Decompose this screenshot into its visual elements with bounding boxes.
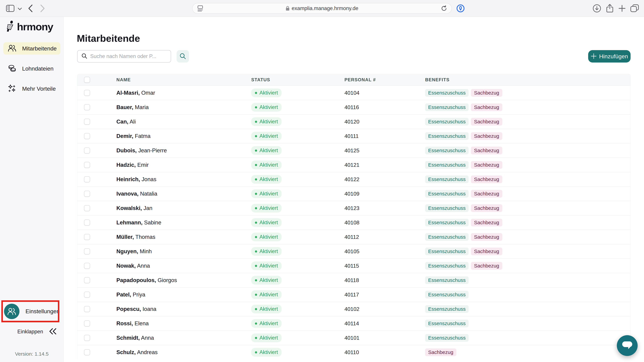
table-row[interactable]: Rossi, Elena Aktiviert 40114 Essenszusch… (77, 316, 630, 331)
row-checkbox[interactable] (84, 306, 90, 312)
search-input[interactable] (90, 53, 167, 59)
employee-name: Dubois, Jean-Pierre (116, 147, 251, 154)
benefit-badge: Essenszuschuss (425, 161, 468, 169)
sidebar-item-mitarbeitende[interactable]: Mitarbeitende (3, 42, 60, 55)
status-dot-icon (255, 135, 257, 137)
table-row[interactable]: Popescu, Ioana Aktiviert 40102 Essenszus… (77, 302, 630, 316)
status-badge: Aktiviert (251, 218, 282, 227)
personal-number: 40105 (344, 248, 425, 255)
search-button[interactable] (176, 50, 189, 62)
table-row[interactable]: Nguyen, Minh Aktiviert 40105 Essenszusch… (77, 244, 630, 258)
benefit-badge: Sachbezug (471, 204, 502, 212)
table-row[interactable]: Hadzic, Emir Aktiviert 40121 Essenszusch… (77, 158, 630, 172)
download-icon[interactable] (592, 4, 601, 13)
table-row[interactable]: Al-Masri, Omar Aktiviert 40104 Essenszus… (77, 85, 630, 100)
row-checkbox[interactable] (84, 104, 90, 110)
table-row[interactable]: Schmidt, Anna Aktiviert 40101 Essenszusc… (77, 331, 630, 345)
share-icon[interactable] (606, 4, 614, 13)
table-row[interactable]: Dubois, Jean-Pierre Aktiviert 40125 Esse… (77, 143, 630, 158)
benefits-cell: EssenszuschussSachbezug (425, 175, 630, 183)
row-checkbox[interactable] (84, 90, 90, 96)
sidebar-toggle-icon[interactable] (6, 5, 14, 12)
personal-number: 40109 (344, 191, 425, 197)
row-checkbox[interactable] (84, 292, 90, 298)
collapse-sidebar-button[interactable]: Einklappen (7, 328, 56, 336)
row-checkbox[interactable] (84, 176, 90, 182)
table-row[interactable]: Kowalski, Jan Aktiviert 40123 Essenszusc… (77, 201, 630, 215)
tabs-overview-icon[interactable] (630, 4, 639, 13)
browser-toolbar: examplia.manage.hrmony.de (0, 0, 644, 17)
status-badge: Aktiviert (251, 233, 282, 241)
benefit-badge: Essenszuschuss (425, 118, 468, 125)
table-row[interactable]: Ivanova, Natalia Aktiviert 40109 Essensz… (77, 186, 630, 201)
benefits-cell: EssenszuschussSachbezug (425, 147, 630, 154)
sidebar-nav: Mitarbeitende Lohndateien (3, 42, 60, 95)
address-bar[interactable]: examplia.manage.hrmony.de (192, 3, 452, 14)
row-checkbox[interactable] (84, 349, 90, 355)
benefit-badge: Sachbezug (471, 175, 502, 183)
benefits-cell: EssenszuschussSachbezug (425, 103, 630, 111)
status-badge: Aktiviert (251, 204, 282, 213)
column-header-name: NAME (116, 77, 251, 82)
status-dot-icon (255, 308, 257, 310)
employee-name: Patel, Priya (116, 292, 251, 298)
row-checkbox[interactable] (84, 277, 90, 283)
row-checkbox[interactable] (84, 147, 90, 153)
benefit-badge: Sachbezug (471, 132, 502, 140)
status-dot-icon (255, 164, 257, 166)
screen: examplia.manage.hrmony.de (0, 0, 644, 362)
row-checkbox[interactable] (84, 119, 90, 125)
benefits-cell: EssenszuschussSachbezug (425, 89, 630, 97)
benefit-badge: Essenszuschuss (425, 204, 468, 212)
row-checkbox[interactable] (84, 205, 90, 211)
status-badge: Aktiviert (251, 117, 282, 126)
sidebar-item-mehr-vorteile[interactable]: Mehr Vorteile (3, 82, 60, 95)
benefit-badge: Sachbezug (471, 89, 502, 97)
reload-icon[interactable] (441, 5, 447, 11)
app-logo: hrmony (6, 20, 53, 33)
sidebar-item-einstellungen[interactable]: Einstellungen (1, 300, 59, 322)
row-checkbox[interactable] (84, 162, 90, 168)
new-tab-icon[interactable] (618, 4, 626, 12)
table-row[interactable]: Papadopoulos, Giorgos Aktiviert 40118 Es… (77, 273, 630, 287)
table-row[interactable]: Heinrich, Jonas Aktiviert 40122 Essenszu… (77, 172, 630, 186)
onepassword-icon[interactable] (456, 4, 465, 12)
employee-name: Demir, Fatma (116, 133, 251, 139)
add-employee-button[interactable]: Hinzufügen (588, 50, 630, 62)
table-row[interactable]: Schulz, Andreas Aktiviert 40110 Sachbezu… (77, 345, 630, 359)
status-dot-icon (255, 294, 257, 296)
table-row[interactable]: Bauer, Maria Aktiviert 40116 Essenszusch… (77, 100, 630, 114)
settings-avatar (4, 304, 20, 319)
row-checkbox[interactable] (84, 220, 90, 226)
sidebar-item-lohndateien[interactable]: Lohndateien (3, 62, 60, 75)
benefit-badge: Essenszuschuss (425, 334, 468, 342)
sidebar-item-label: Lohndateien (22, 65, 54, 72)
table-row[interactable]: Lehmann, Sabine Aktiviert 40108 Essenszu… (77, 215, 630, 230)
column-header-status: STATUS (251, 77, 344, 82)
table-row[interactable]: Demir, Fatma Aktiviert 40111 Essenszusch… (77, 129, 630, 143)
employee-name: Müller, Thomas (116, 234, 251, 240)
table-row[interactable]: Müller, Thomas Aktiviert 40112 Essenszus… (77, 230, 630, 244)
status-badge: Aktiviert (251, 261, 282, 270)
back-icon[interactable] (28, 4, 33, 12)
benefit-badge: Essenszuschuss (425, 320, 468, 327)
chevron-down-icon[interactable] (18, 7, 22, 10)
chat-button[interactable] (617, 335, 638, 356)
row-checkbox[interactable] (84, 263, 90, 269)
benefit-badge: Essenszuschuss (425, 175, 468, 183)
row-checkbox[interactable] (84, 133, 90, 139)
benefits-cell: EssenszuschussSachbezug (425, 233, 630, 241)
row-checkbox[interactable] (84, 234, 90, 240)
forward-icon[interactable] (40, 4, 45, 12)
table-row[interactable]: Patel, Priya Aktiviert 40117 Essenszusch… (77, 287, 630, 302)
row-checkbox[interactable] (84, 248, 90, 254)
row-checkbox[interactable] (84, 335, 90, 341)
table-row[interactable]: Can, Ali Aktiviert 40120 EssenszuschussS… (77, 114, 630, 129)
row-checkbox[interactable] (84, 191, 90, 197)
select-all-checkbox[interactable] (84, 77, 90, 83)
table-row[interactable]: Nowak, Anna Aktiviert 40115 Essenszuschu… (77, 258, 630, 273)
benefit-badge: Sachbezug (471, 161, 502, 169)
row-checkbox[interactable] (84, 321, 90, 327)
benefit-badge: Sachbezug (471, 118, 502, 125)
main-content: Mitarbeitende (64, 17, 644, 362)
